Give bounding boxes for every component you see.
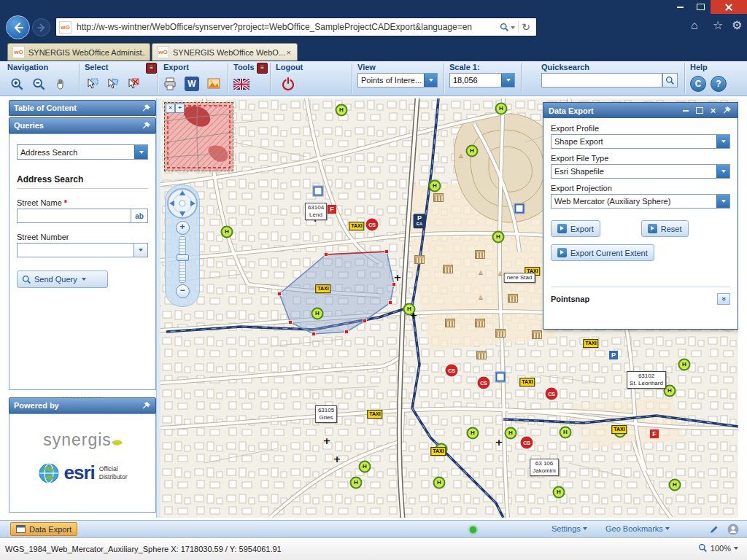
chevrons-expand-icon[interactable]: » xyxy=(717,293,730,305)
chevron-down-icon xyxy=(734,547,738,552)
view-select[interactable]: Points of Intere... xyxy=(357,73,438,88)
chevron-down-icon[interactable] xyxy=(134,145,147,159)
street-name-label: Street Name * xyxy=(17,198,148,207)
chevron-down-icon[interactable] xyxy=(716,135,729,148)
browser-tab-admin[interactable]: wO SYNERGIS WebOffice Administ... xyxy=(7,43,150,61)
chevron-down-icon[interactable] xyxy=(134,243,148,257)
export-projection-select[interactable]: Web Mercator (Auxiliary Sphere) xyxy=(551,194,730,209)
send-query-button[interactable]: Send Query xyxy=(17,271,108,288)
tab-close-icon[interactable]: × xyxy=(285,48,293,57)
extent-icon xyxy=(557,248,567,257)
overview-close-icon[interactable]: × xyxy=(166,104,175,113)
redline-pencil-icon[interactable] xyxy=(709,524,719,534)
word-export-icon[interactable]: W xyxy=(182,74,201,93)
zoom-in-icon[interactable] xyxy=(7,74,26,93)
pin-icon[interactable] xyxy=(142,104,151,113)
window-minimize-button[interactable] xyxy=(670,0,690,14)
select-menu-icon[interactable]: ≡ xyxy=(146,63,157,74)
logout-power-icon[interactable] xyxy=(279,74,298,93)
coordinate-readout: WGS_1984_Web_Mercator_Auxiliary_Sphere X… xyxy=(5,545,282,553)
panel-header-queries[interactable]: Queries xyxy=(9,117,156,133)
panel-header-table-of-content[interactable]: Table of Content xyxy=(9,100,156,116)
export-profile-label: Export Profile xyxy=(551,124,730,133)
zoom-out-button[interactable]: − xyxy=(176,284,190,298)
url-input[interactable] xyxy=(75,21,497,33)
settings-link[interactable]: Settings xyxy=(551,524,587,533)
tools-menu-icon[interactable]: ≡ xyxy=(257,63,268,74)
query-type-select[interactable]: Address Search xyxy=(17,144,148,160)
forward-button[interactable] xyxy=(32,18,50,36)
select-polygon-icon[interactable] xyxy=(104,74,123,93)
zoom-out-icon[interactable] xyxy=(29,74,48,93)
bottom-toolbar: Data Export Settings Geo Bookmarks xyxy=(0,520,747,538)
quicksearch-button[interactable] xyxy=(662,73,678,88)
pointsnap-section-header[interactable]: Pointsnap » xyxy=(551,287,730,305)
reset-button[interactable]: Reset xyxy=(641,220,689,237)
map-canvas[interactable]: HHHHHHHHHHHHHHHHHHHHHHTAXITAXITAXITAXITA… xyxy=(160,98,738,518)
group-label: Help xyxy=(690,63,708,71)
tab-label: SYNERGIS WebOffice WebO... xyxy=(173,48,285,57)
export-current-extent-button[interactable]: Export Current Extent xyxy=(551,244,654,261)
zoom-in-button[interactable]: + xyxy=(176,221,190,235)
geo-bookmarks-link[interactable]: Geo Bookmarks xyxy=(605,524,670,533)
overview-pan-icon[interactable]: + xyxy=(175,104,185,113)
window-titlebar xyxy=(0,0,747,14)
minimize-icon[interactable] xyxy=(680,105,691,116)
quicksearch-input[interactable] xyxy=(541,73,662,88)
window-close-button[interactable] xyxy=(711,0,747,14)
panel-header-powered-by[interactable]: Powered by xyxy=(9,397,156,413)
search-icon xyxy=(22,275,31,284)
browser-zoom-control[interactable]: 100% xyxy=(698,543,738,553)
pan-hand-icon[interactable] xyxy=(51,74,70,93)
print-icon[interactable] xyxy=(160,74,179,93)
data-export-panel: Data Export × Export Profile Shape Expor… xyxy=(543,102,738,330)
panel-title: Powered by xyxy=(14,401,59,410)
home-icon[interactable]: ⌂ xyxy=(691,20,698,31)
group-label: Export xyxy=(163,63,189,71)
scale-input[interactable] xyxy=(450,76,501,85)
close-icon[interactable]: × xyxy=(708,105,719,116)
alphabet-search-button[interactable]: ab xyxy=(131,209,148,223)
toolbar-group-view: View Points of Intere... xyxy=(355,61,441,96)
pin-icon[interactable] xyxy=(142,401,151,411)
pan-compass[interactable] xyxy=(166,187,198,219)
select-rectangle-icon[interactable] xyxy=(83,74,102,93)
user-avatar-icon[interactable] xyxy=(727,524,739,535)
street-number-input[interactable] xyxy=(17,243,134,257)
language-flag-icon[interactable] xyxy=(232,74,251,93)
chevron-down-icon[interactable] xyxy=(501,74,514,87)
data-export-task-tab[interactable]: Data Export xyxy=(10,522,77,536)
back-button[interactable] xyxy=(6,15,30,39)
help-question-icon[interactable]: ? xyxy=(709,74,728,93)
export-button[interactable]: Export xyxy=(551,220,600,237)
address-bar[interactable]: wO ↻ xyxy=(55,18,537,36)
chevron-down-icon[interactable] xyxy=(424,74,437,87)
clear-selection-icon[interactable] xyxy=(124,74,143,93)
window-maximize-button[interactable] xyxy=(690,0,711,14)
export-filetype-select[interactable]: Esri Shapefile xyxy=(551,164,730,179)
group-label: View xyxy=(357,63,376,71)
overview-map[interactable]: × + xyxy=(164,102,233,171)
favorites-star-icon[interactable]: ☆ xyxy=(713,20,723,31)
chevron-down-icon[interactable] xyxy=(716,165,729,178)
image-export-icon[interactable] xyxy=(204,74,223,93)
browser-tab-weboffice[interactable]: wO SYNERGIS WebOffice WebO... × xyxy=(152,43,298,61)
settings-gear-icon[interactable]: ⚙ xyxy=(732,20,742,31)
pin-icon[interactable] xyxy=(142,121,151,131)
search-icon[interactable] xyxy=(497,23,518,32)
page-favicon: wO xyxy=(59,21,71,34)
scale-combobox[interactable] xyxy=(449,73,515,88)
zoom-slider-handle[interactable] xyxy=(177,254,189,261)
chevron-down-icon[interactable] xyxy=(82,278,86,283)
data-export-panel-header[interactable]: Data Export × xyxy=(543,103,738,118)
contact-icon[interactable]: C xyxy=(689,74,708,93)
restore-icon[interactable] xyxy=(694,105,705,116)
pin-icon[interactable] xyxy=(721,105,732,116)
export-profile-select[interactable]: Shape Export xyxy=(551,134,730,149)
chevron-down-icon[interactable] xyxy=(716,195,729,208)
app-toolbar: Navigation Select ≡ Export W Tools ≡ xyxy=(0,61,747,96)
globe-icon xyxy=(38,462,60,484)
zoom-slider[interactable] xyxy=(179,236,186,283)
refresh-icon[interactable]: ↻ xyxy=(519,21,533,33)
street-name-input[interactable] xyxy=(17,209,131,223)
